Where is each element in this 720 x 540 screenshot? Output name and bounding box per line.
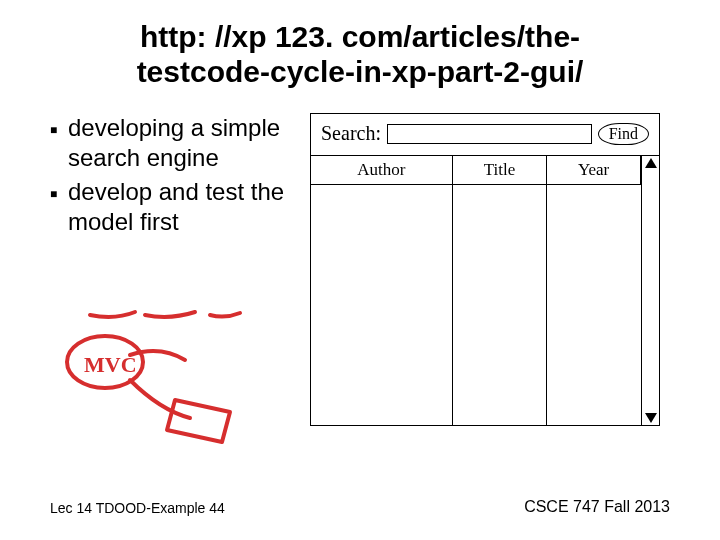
bullet-text: develop and test the model first [68,177,300,237]
scrollbar[interactable] [641,156,659,425]
scroll-down-icon[interactable] [645,413,657,423]
col-year: Year [547,156,641,185]
bullet-marker: ■ [50,113,68,173]
col-title: Title [452,156,546,185]
find-button[interactable]: Find [598,123,649,145]
slide-title: http: //xp 123. com/articles/the-testcod… [50,20,670,89]
bullet-list: ■ developing a simple search engine ■ de… [50,113,300,426]
table-cell [547,185,641,425]
col-author: Author [311,156,452,185]
bullet-marker: ■ [50,177,68,237]
bullet-text: developing a simple search engine [68,113,300,173]
list-item: ■ develop and test the model first [50,177,300,237]
footer-right: CSCE 747 Fall 2013 [524,498,670,516]
table-cell [311,185,452,425]
scroll-up-icon[interactable] [645,158,657,168]
table-cell [452,185,546,425]
results-table: Author Title Year [311,156,641,425]
gui-mockup: Search: Find Author Title Year [310,113,660,426]
list-item: ■ developing a simple search engine [50,113,300,173]
footer-left: Lec 14 TDOOD-Example 44 [50,500,225,516]
search-label: Search: [321,122,381,145]
search-input[interactable] [387,124,592,144]
